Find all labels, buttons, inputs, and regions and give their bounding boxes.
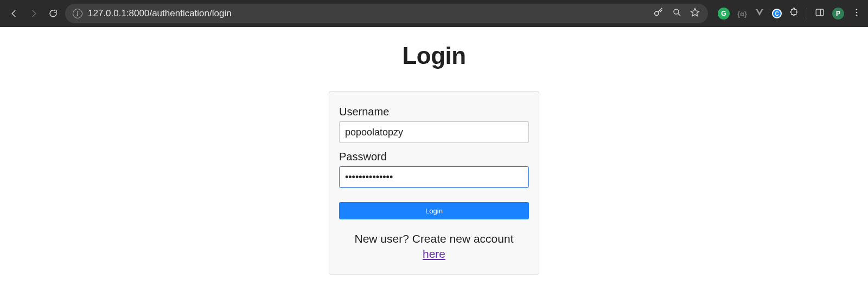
extensions-puzzle-icon[interactable] — [789, 8, 799, 20]
profile-avatar[interactable]: P — [832, 8, 844, 20]
toolbar-divider — [807, 8, 807, 20]
page-content: Login Username Password Login New user? … — [0, 27, 868, 275]
menu-kebab-icon[interactable] — [852, 8, 861, 20]
extension-bracket-icon[interactable]: {α} — [737, 10, 747, 18]
password-input[interactable] — [339, 166, 529, 188]
username-label: Username — [339, 106, 529, 118]
zoom-icon[interactable] — [672, 8, 682, 20]
login-form-card: Username Password Login New user? Create… — [329, 91, 539, 275]
svg-point-5 — [856, 15, 858, 16]
address-bar-actions — [653, 6, 700, 21]
side-panel-icon[interactable] — [815, 8, 825, 20]
bookmark-star-icon[interactable] — [690, 7, 700, 21]
address-bar[interactable]: i 127.0.0.1:8000/authentication/login — [65, 4, 708, 23]
extension-grammarly-icon[interactable]: G — [718, 8, 730, 20]
site-info-icon[interactable]: i — [73, 9, 82, 18]
extension-v-icon[interactable] — [755, 8, 764, 20]
username-input[interactable] — [339, 121, 529, 143]
svg-point-3 — [856, 9, 858, 10]
extension-c-icon[interactable]: C — [772, 9, 782, 18]
toolbar-right: G {α} C P — [712, 8, 861, 20]
signup-link[interactable]: here — [423, 248, 445, 260]
signup-text: New user? Create new account — [355, 232, 514, 245]
svg-point-4 — [856, 12, 858, 14]
signup-prompt: New user? Create new account here — [339, 231, 529, 262]
browser-top-bar: i 127.0.0.1:8000/authentication/login G … — [0, 0, 868, 27]
password-key-icon[interactable] — [653, 6, 665, 21]
page-title: Login — [402, 42, 465, 69]
url-text: 127.0.0.1:8000/authentication/login — [88, 8, 647, 19]
svg-point-0 — [655, 11, 659, 15]
back-button[interactable] — [7, 6, 22, 21]
login-button[interactable]: Login — [339, 202, 529, 219]
svg-point-1 — [674, 9, 679, 14]
reload-button[interactable] — [46, 6, 61, 21]
svg-rect-2 — [816, 9, 824, 16]
forward-button[interactable] — [26, 6, 41, 21]
password-label: Password — [339, 151, 529, 163]
